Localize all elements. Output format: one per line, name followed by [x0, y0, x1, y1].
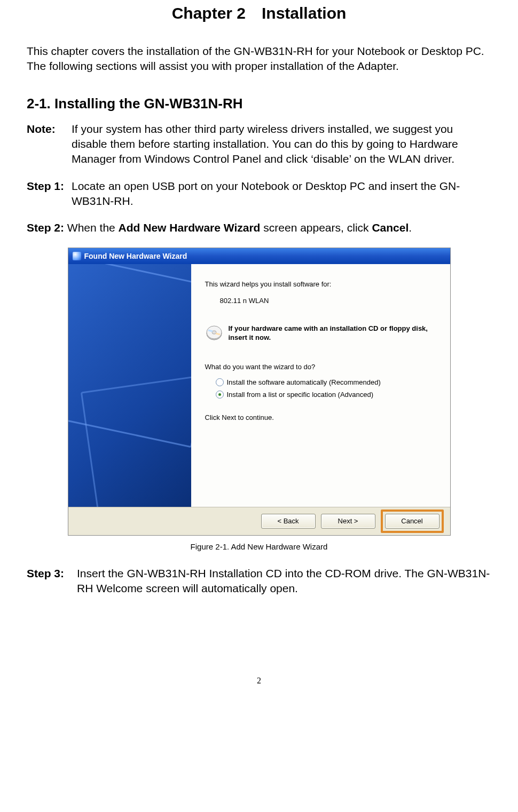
cancel-button[interactable]: Cancel	[385, 514, 439, 529]
note-text: If your system has other third party wir…	[72, 122, 491, 167]
wizard-question: What do you want the wizard to do?	[205, 363, 436, 371]
radio-option-advanced[interactable]: Install from a list or specific location…	[216, 391, 436, 399]
wizard-title-text: Found New Hardware Wizard	[84, 252, 187, 260]
step2-paragraph: Step 2: When the Add New Hardware Wizard…	[27, 220, 491, 235]
step2-bold1: Add New Hardware Wizard	[119, 221, 261, 234]
wizard-sidebar-art	[68, 264, 191, 507]
step2-mid: screen appears, click	[260, 221, 372, 234]
wizard-device-name: 802.11 n WLAN	[220, 297, 436, 305]
svg-point-2	[212, 331, 216, 334]
step1-label: Step 1:	[27, 179, 72, 209]
step1-paragraph: Step 1: Locate an open USB port on your …	[27, 179, 491, 209]
intro-paragraph: This chapter covers the installation of …	[27, 44, 491, 74]
wizard-dialog: Found New Hardware Wizard This wizard he…	[68, 248, 451, 536]
wizard-intro-line: This wizard helps you install software f…	[205, 280, 436, 288]
step1-text: Locate an open USB port on your Notebook…	[72, 179, 491, 209]
cancel-highlight-box: Cancel	[381, 510, 444, 533]
step3-text: Insert the GN-WB31N-RH Installation CD i…	[77, 566, 491, 596]
next-button[interactable]: Next >	[321, 514, 375, 529]
radio-option-auto[interactable]: Install the software automatically (Reco…	[216, 378, 436, 386]
step2-label: Step 2:	[27, 221, 64, 234]
step2-prefix: When the	[64, 221, 119, 234]
wizard-continue-text: Click Next to continue.	[205, 413, 436, 421]
wizard-cd-instruction: If your hardware came with an installati…	[229, 324, 436, 343]
step3-paragraph: Step 3: Insert the GN-WB31N-RH Installat…	[27, 566, 491, 596]
back-button[interactable]: < Back	[261, 514, 316, 529]
radio-auto-label: Install the software automatically (Reco…	[227, 378, 381, 386]
wizard-button-bar: < Back Next > Cancel	[68, 507, 450, 535]
note-paragraph: Note: If your system has other third par…	[27, 122, 491, 167]
radio-advanced-label: Install from a list or specific location…	[227, 391, 374, 399]
radio-icon	[216, 378, 224, 386]
wizard-app-icon	[73, 252, 81, 260]
step2-bold2: Cancel	[372, 221, 409, 234]
wizard-titlebar: Found New Hardware Wizard	[68, 248, 450, 264]
page-number: 2	[27, 676, 491, 686]
figure-caption: Figure 2-1. Add New Hardware Wizard	[27, 542, 491, 551]
note-label: Note:	[27, 122, 72, 167]
step2-suffix: .	[409, 221, 412, 234]
step3-label: Step 3:	[27, 566, 77, 596]
radio-icon	[216, 391, 224, 399]
section-heading: 2-1. Installing the GN-WB31N-RH	[27, 95, 491, 112]
cd-icon	[205, 324, 223, 344]
chapter-title: Chapter 2 Installation	[27, 4, 491, 22]
